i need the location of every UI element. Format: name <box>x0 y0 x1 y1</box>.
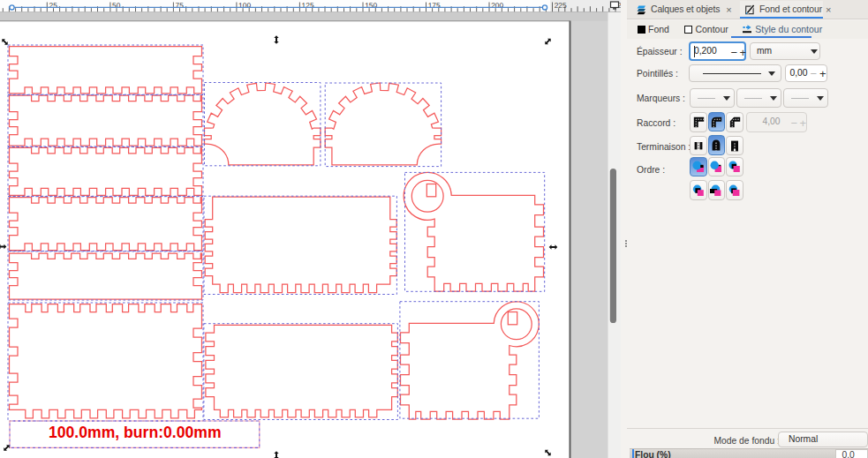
svg-text:200: 200 <box>491 1 503 10</box>
svg-text:175: 175 <box>428 1 441 10</box>
svg-text:100: 100 <box>238 1 251 10</box>
svg-text:75: 75 <box>176 1 185 10</box>
svg-text:100.0mm, burn:0.00mm: 100.0mm, burn:0.00mm <box>49 424 222 441</box>
svg-text:225: 225 <box>555 1 567 10</box>
svg-text:150: 150 <box>365 1 377 10</box>
svg-text:125: 125 <box>302 1 314 10</box>
svg-text:25: 25 <box>49 1 58 10</box>
svg-text:50: 50 <box>112 1 121 10</box>
